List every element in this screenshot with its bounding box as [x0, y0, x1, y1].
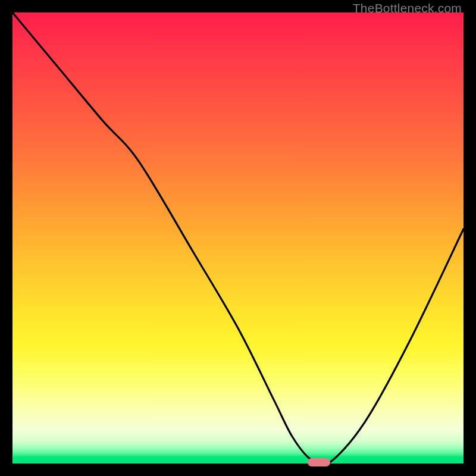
- optimum-marker: [308, 458, 330, 466]
- bottleneck-curve: [12, 12, 464, 464]
- chart-frame: TheBottleneck.com: [0, 0, 476, 476]
- plot-area: [12, 12, 464, 464]
